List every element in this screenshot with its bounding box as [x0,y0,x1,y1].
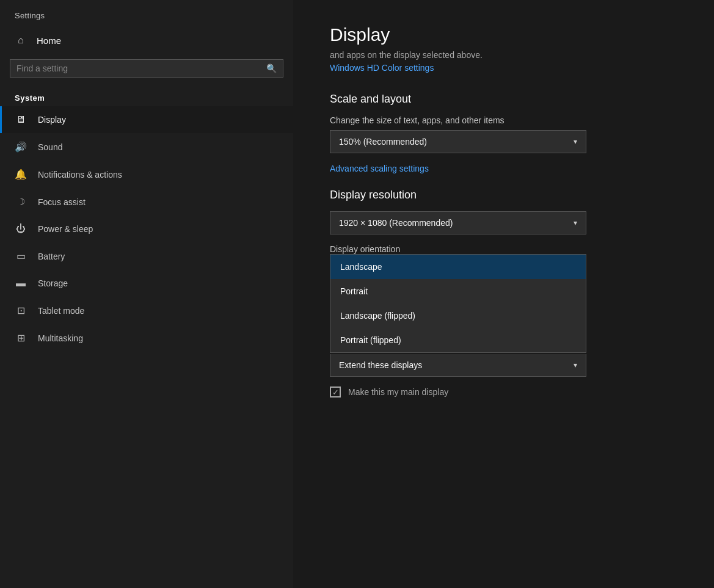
multiple-displays-arrow: ▾ [574,361,577,369]
resolution-label: Display resolution [330,189,677,201]
sidebar-item-notifications[interactable]: 🔔 Notifications & actions [0,161,293,188]
orientation-option-landscape-flipped[interactable]: Landscape (flipped) [330,303,586,328]
orientation-label: Display orientation [330,244,677,254]
battery-icon: ▭ [15,250,27,262]
app-title: Settings [0,0,293,26]
multiple-displays-value: Extend these displays [339,360,422,370]
page-title: Display [330,24,677,45]
display-icon: 🖥 [15,114,27,125]
sidebar-item-label: Focus assist [38,197,86,207]
sidebar-item-label: Notifications & actions [38,170,122,180]
subtitle-text: and apps on the display selected above. [330,50,677,60]
resolution-dropdown[interactable]: 1920 × 1080 (Recommended) ▾ [330,211,586,234]
hd-color-link[interactable]: Windows HD Color settings [330,63,434,73]
scale-section-title: Scale and layout [330,93,677,106]
sidebar-item-tablet[interactable]: ⊡ Tablet mode [0,297,293,324]
sidebar-item-power[interactable]: ⏻ Power & sleep [0,216,293,242]
multiple-displays-dropdown[interactable]: Extend these displays ▾ [330,354,586,377]
main-content: Display and apps on the display selected… [293,0,714,588]
sidebar-item-label: Power & sleep [38,224,93,234]
storage-icon: ▬ [15,278,27,289]
sidebar-item-display[interactable]: 🖥 Display [0,106,293,133]
search-input[interactable] [16,64,266,73]
scale-dropdown-arrow: ▾ [574,137,577,146]
sidebar: Settings ⌂ Home 🔍 System 🖥 Display 🔊 Sou… [0,0,293,588]
focus-icon: ☽ [15,196,27,208]
orientation-option-landscape[interactable]: Landscape [330,255,586,279]
sidebar-item-label: Multitasking [38,333,83,343]
orientation-option-portrait-flipped[interactable]: Portrait (flipped) [330,328,586,352]
resolution-value: 1920 × 1080 (Recommended) [339,218,453,228]
sidebar-item-multitasking[interactable]: ⊞ Multitasking [0,324,293,352]
orientation-dropdown: Landscape Portrait Landscape (flipped) P… [330,254,586,353]
scale-dropdown[interactable]: 150% (Recommended) ▾ [330,130,586,153]
main-display-label: Make this my main display [348,387,448,397]
resolution-dropdown-arrow: ▾ [574,219,577,227]
scale-value: 150% (Recommended) [339,137,427,147]
orientation-option-portrait[interactable]: Portrait [330,279,586,303]
sidebar-item-focus[interactable]: ☽ Focus assist [0,188,293,216]
home-icon: ⌂ [15,35,27,46]
main-display-row: Make this my main display [330,387,677,397]
search-icon[interactable]: 🔍 [266,64,277,73]
sidebar-item-storage[interactable]: ▬ Storage [0,270,293,297]
power-icon: ⏻ [15,223,27,234]
sidebar-item-sound[interactable]: 🔊 Sound [0,133,293,161]
sidebar-item-battery[interactable]: ▭ Battery [0,242,293,270]
system-section-label: System [0,87,293,106]
sidebar-item-label: Tablet mode [38,306,84,316]
search-box: 🔍 [10,59,283,78]
multitasking-icon: ⊞ [15,332,27,344]
home-label: Home [37,35,61,46]
sidebar-item-label: Storage [38,278,68,288]
sidebar-item-label: Battery [38,252,65,261]
sidebar-item-label: Sound [38,142,62,152]
sidebar-item-label: Display [38,115,66,125]
main-display-checkbox[interactable] [330,387,341,397]
advanced-scaling-link[interactable]: Advanced scaling settings [330,164,429,173]
tablet-icon: ⊡ [15,305,27,316]
scale-label: Change the size of text, apps, and other… [330,115,677,125]
notifications-icon: 🔔 [15,169,27,180]
sidebar-item-home[interactable]: ⌂ Home [0,26,293,54]
sound-icon: 🔊 [15,141,27,153]
